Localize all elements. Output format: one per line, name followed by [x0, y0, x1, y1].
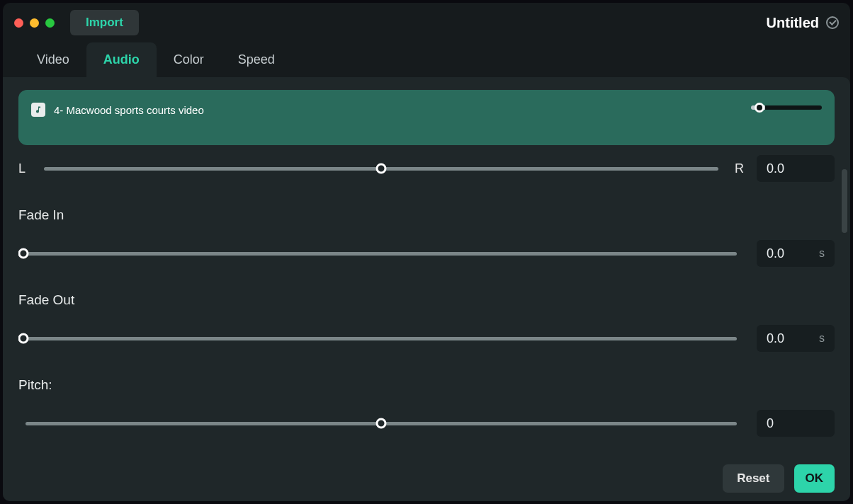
pan-slider[interactable] — [44, 167, 718, 171]
fade-out-section: Fade Out 0.0 s — [18, 292, 835, 352]
pitch-label: Pitch: — [18, 377, 835, 393]
scroll-area: 4- Macwood sports courts video L R 0.0 — [18, 90, 835, 452]
scrollbar-thumb[interactable] — [842, 169, 847, 233]
document-title: Untitled — [767, 15, 819, 31]
pan-value: 0.0 — [767, 161, 784, 176]
minimize-window-button[interactable] — [30, 18, 39, 28]
tab-color[interactable]: Color — [157, 42, 221, 77]
pitch-slider-thumb[interactable] — [376, 418, 387, 429]
fade-out-slider[interactable] — [18, 337, 737, 340]
app-window: Import Untitled Video Audio Color Speed … — [3, 3, 850, 501]
pan-slider-thumb[interactable] — [376, 164, 387, 174]
content-panel: 4- Macwood sports courts video L R 0.0 — [3, 77, 850, 501]
fade-in-label: Fade In — [18, 207, 835, 223]
zoom-window-button[interactable] — [45, 18, 55, 28]
pan-right-label: R — [731, 161, 744, 176]
fade-in-value-input[interactable]: 0.0 s — [757, 240, 835, 267]
import-button[interactable]: Import — [70, 10, 139, 35]
fade-in-unit: s — [819, 247, 825, 260]
status-check-icon — [826, 16, 839, 29]
pitch-slider[interactable] — [26, 422, 737, 425]
tab-bar: Video Audio Color Speed — [3, 42, 850, 77]
fade-out-slider-thumb[interactable] — [18, 333, 29, 344]
fade-out-label: Fade Out — [18, 292, 835, 308]
fade-out-value-input[interactable]: 0.0 s — [757, 325, 835, 352]
tab-audio[interactable]: Audio — [86, 42, 157, 77]
titlebar: Import Untitled — [3, 3, 850, 42]
pitch-value: 0 — [767, 416, 774, 431]
clip-banner[interactable]: 4- Macwood sports courts video — [18, 90, 835, 145]
pan-row: L R 0.0 — [18, 155, 835, 182]
pitch-value-input[interactable]: 0 — [757, 410, 835, 437]
volume-slider-thumb[interactable] — [755, 103, 764, 113]
pan-left-label: L — [18, 161, 31, 176]
close-window-button[interactable] — [14, 18, 23, 28]
pan-value-input[interactable]: 0.0 — [757, 155, 835, 182]
volume-slider[interactable] — [751, 103, 822, 113]
fade-in-section: Fade In 0.0 s — [18, 207, 835, 267]
clip-title: 4- Macwood sports courts video — [54, 104, 204, 116]
fade-in-value: 0.0 — [767, 246, 784, 261]
ok-button[interactable]: OK — [794, 464, 835, 493]
window-controls — [14, 18, 55, 28]
fade-out-value: 0.0 — [767, 331, 784, 346]
music-icon — [31, 103, 45, 117]
fade-out-unit: s — [819, 332, 825, 345]
footer-buttons: Reset OK — [723, 464, 835, 493]
pitch-section: Pitch: 0 — [18, 377, 835, 437]
fade-in-slider-thumb[interactable] — [18, 248, 29, 259]
tab-video[interactable]: Video — [20, 42, 86, 77]
tab-speed[interactable]: Speed — [221, 42, 292, 77]
fade-in-slider[interactable] — [18, 252, 737, 256]
vertical-scrollbar[interactable] — [842, 169, 847, 438]
reset-button[interactable]: Reset — [723, 464, 784, 493]
